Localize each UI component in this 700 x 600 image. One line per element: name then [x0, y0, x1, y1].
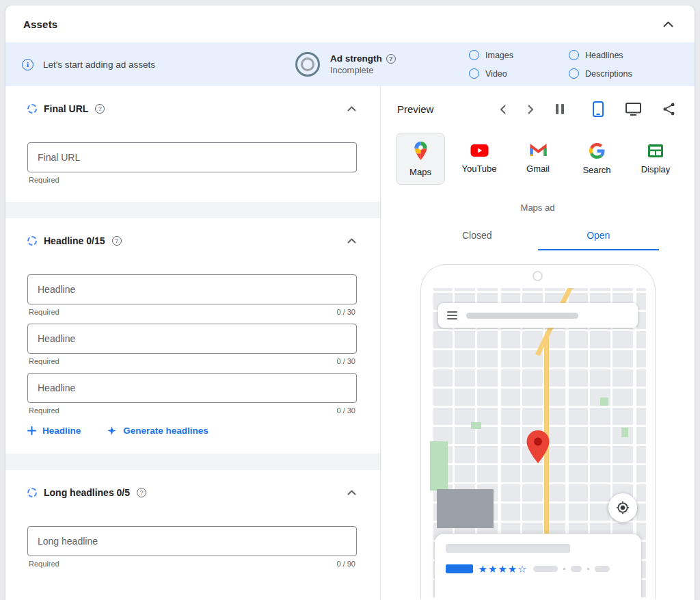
- youtube-icon: [470, 144, 489, 157]
- tab-display[interactable]: Display: [631, 133, 680, 185]
- status-circle-icon: [27, 236, 37, 246]
- preview-title: Preview: [397, 103, 433, 115]
- pause-preview-button[interactable]: [552, 101, 567, 118]
- ad-assets-banner: i Let's start adding ad assets Ad streng…: [5, 42, 695, 86]
- ad-strength-label: Ad strength: [330, 53, 382, 64]
- checklist-item-headlines[interactable]: Headlines: [569, 50, 671, 60]
- asset-checklist: Images Video Headlines Descriptions: [469, 46, 671, 83]
- add-headline-button[interactable]: Headline: [27, 426, 81, 436]
- share-preview-button[interactable]: [660, 99, 678, 119]
- map-park: [430, 441, 448, 491]
- map-park: [600, 397, 608, 406]
- section-title: Long headlines 0/5: [44, 487, 130, 498]
- collapse-final-url-button[interactable]: [344, 103, 360, 115]
- assets-panel: Assets i Let's start adding ad assets Ad…: [5, 5, 695, 600]
- desktop-icon: [625, 103, 641, 116]
- checklist-item-video[interactable]: Video: [469, 68, 569, 79]
- chevron-up-icon: [347, 490, 356, 495]
- help-icon[interactable]: ?: [95, 104, 105, 114]
- char-counter: 0 / 30: [336, 308, 355, 316]
- char-counter: 0 / 90: [336, 560, 355, 568]
- mobile-icon: [593, 101, 604, 117]
- tab-gmail[interactable]: Gmail: [513, 133, 563, 185]
- separator-dot: [587, 568, 589, 570]
- headline-input[interactable]: [27, 274, 357, 304]
- ad-state-tabs: Closed Open: [416, 224, 659, 250]
- checklist-item-images[interactable]: Images: [469, 50, 569, 60]
- help-icon[interactable]: ?: [137, 488, 146, 497]
- headline-section: Headline 0/15 ? Required 0 / 30: [5, 218, 380, 454]
- required-label: Required: [29, 176, 59, 184]
- required-label: Required: [29, 357, 59, 365]
- ad-strength-status: Incomplete: [330, 65, 396, 75]
- circle-icon: [569, 50, 579, 60]
- google-icon: [589, 143, 605, 159]
- chevron-up-icon: [347, 238, 356, 244]
- map-search-bar: [438, 303, 638, 328]
- ad-strength-gauge-icon: [295, 52, 320, 77]
- placeholder-title-bar: [446, 544, 570, 553]
- plus-icon: [27, 426, 36, 435]
- section-title: Final URL: [44, 103, 88, 114]
- maps-icon: [414, 141, 428, 161]
- collapse-long-headlines-button[interactable]: [344, 486, 360, 499]
- circle-icon: [569, 68, 579, 79]
- placeholder-pill: [533, 566, 558, 572]
- ad-badge-placeholder: [446, 564, 473, 573]
- sparkle-icon: [107, 426, 117, 436]
- next-preview-button[interactable]: [524, 101, 537, 118]
- my-location-button[interactable]: [608, 493, 637, 522]
- required-label: Required: [29, 308, 59, 316]
- circle-icon: [469, 50, 479, 60]
- page-title: Assets: [23, 18, 57, 30]
- help-icon[interactable]: ?: [386, 54, 396, 64]
- rating-stars: ★★★★☆: [479, 564, 528, 574]
- banner-message: i Let's start adding ad assets: [22, 59, 295, 70]
- chevron-up-icon: [663, 21, 673, 27]
- headline-input[interactable]: [27, 324, 357, 354]
- chevron-up-icon: [347, 106, 356, 112]
- final-url-input[interactable]: [27, 142, 357, 172]
- share-icon: [663, 103, 675, 116]
- mobile-view-button[interactable]: [589, 98, 607, 120]
- chevron-left-icon: [500, 105, 506, 114]
- previous-preview-button[interactable]: [496, 101, 509, 118]
- map-preview: ★★★★☆: [430, 288, 646, 599]
- tab-youtube[interactable]: YouTube: [455, 133, 504, 185]
- search-placeholder-bar: [466, 313, 579, 319]
- preview-panel: Preview: [380, 86, 695, 600]
- gmail-icon: [530, 144, 547, 157]
- tab-maps[interactable]: Maps: [396, 133, 445, 185]
- separator-dot: [563, 568, 565, 570]
- headline-input[interactable]: [27, 373, 357, 403]
- phone-camera-dot: [533, 271, 543, 281]
- placeholder-pill: [571, 566, 582, 572]
- tab-search[interactable]: Search: [572, 133, 621, 185]
- desktop-view-button[interactable]: [622, 99, 645, 119]
- final-url-section: Final URL ? Required: [5, 86, 380, 202]
- tab-closed[interactable]: Closed: [416, 224, 538, 250]
- tab-open[interactable]: Open: [538, 224, 660, 250]
- info-icon: i: [22, 59, 33, 70]
- map-pin-icon: [526, 430, 550, 463]
- phone-mockup: ★★★★☆: [420, 264, 656, 599]
- banner-text: Let's start adding ad assets: [43, 60, 155, 70]
- status-circle-icon: [27, 104, 37, 114]
- display-icon: [647, 144, 664, 158]
- assets-header: Assets: [5, 5, 695, 42]
- rating-row: ★★★★☆: [446, 564, 630, 574]
- pause-icon: [556, 104, 564, 114]
- checklist-item-descriptions[interactable]: Descriptions: [569, 68, 671, 79]
- char-counter: 0 / 30: [336, 357, 355, 365]
- section-title: Headline 0/15: [44, 235, 105, 246]
- chevron-right-icon: [528, 105, 534, 114]
- collapse-assets-button[interactable]: [660, 18, 677, 31]
- required-label: Required: [29, 406, 59, 415]
- collapse-headline-button[interactable]: [344, 235, 360, 247]
- required-label: Required: [29, 560, 59, 568]
- help-icon[interactable]: ?: [112, 236, 122, 246]
- circle-icon: [469, 68, 479, 79]
- headline-field-3: Required 0 / 30: [27, 373, 361, 415]
- generate-headlines-button[interactable]: Generate headlines: [107, 426, 208, 436]
- long-headline-input[interactable]: [27, 526, 357, 556]
